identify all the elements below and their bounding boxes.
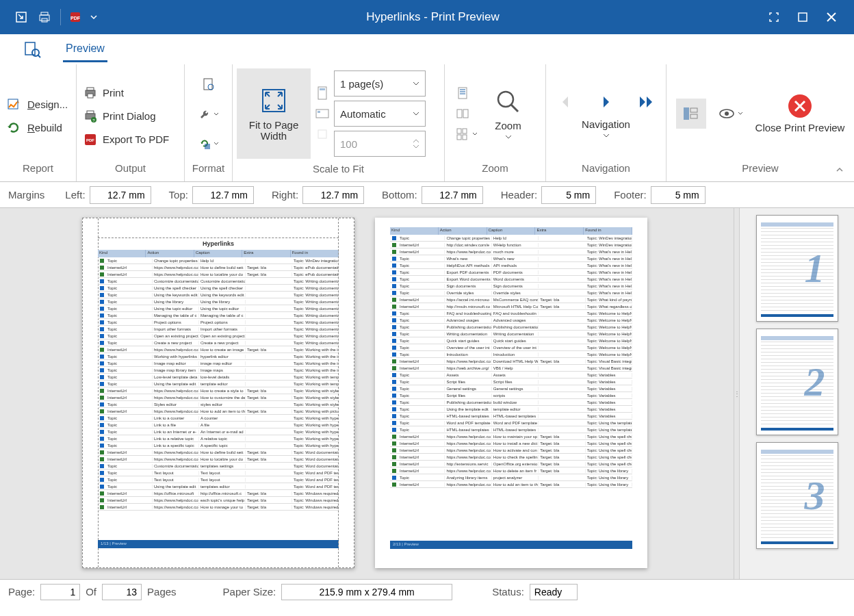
svg-rect-40 bbox=[690, 108, 697, 112]
svg-rect-37 bbox=[463, 135, 467, 140]
svg-point-38 bbox=[498, 92, 513, 107]
group-output: Print ?Print Dialog PDFExport To PDF Out… bbox=[77, 64, 185, 181]
group-zoom: Zoom Zoom bbox=[445, 64, 546, 181]
svg-rect-6 bbox=[799, 13, 807, 21]
page-portrait-icon[interactable] bbox=[315, 86, 330, 101]
ribbon-tabs: Preview bbox=[0, 34, 854, 64]
wrench-button[interactable] bbox=[196, 104, 222, 125]
nav-next-icon[interactable] bbox=[593, 88, 620, 116]
svg-rect-7 bbox=[25, 42, 35, 55]
thumbnail-2[interactable]: 2 bbox=[756, 329, 838, 435]
splitter-handle[interactable]: ⋮ bbox=[734, 208, 739, 579]
design-button[interactable]: Design... bbox=[4, 97, 72, 113]
pages-dropdown[interactable]: 1 page(s) bbox=[334, 70, 426, 97]
svg-rect-32 bbox=[457, 110, 462, 118]
navigation-dropdown[interactable]: Navigation bbox=[582, 118, 630, 130]
visibility-dropdown[interactable] bbox=[714, 104, 747, 123]
svg-rect-25 bbox=[316, 110, 328, 118]
window-controls bbox=[766, 10, 854, 25]
preview-app-icon[interactable] bbox=[19, 39, 45, 60]
svg-rect-21 bbox=[205, 144, 210, 149]
thumbnail-3[interactable]: 3 bbox=[756, 442, 838, 549]
rebuild-icon bbox=[7, 121, 22, 135]
page-icon bbox=[203, 77, 215, 91]
svg-rect-34 bbox=[457, 129, 461, 133]
margin-footer-input[interactable] bbox=[651, 186, 706, 204]
refresh-button[interactable] bbox=[196, 133, 222, 154]
total-pages bbox=[102, 584, 142, 600]
thumbnails-panel: 1 2 3 bbox=[739, 208, 854, 579]
wrench-icon bbox=[198, 108, 211, 120]
group-preview: Close Print Preview Preview bbox=[667, 64, 854, 181]
print-dialog-button[interactable]: ?Print Dialog bbox=[82, 107, 157, 125]
design-icon bbox=[7, 98, 22, 112]
page-disabled-icon bbox=[315, 127, 330, 142]
status-bar: Page: Of Pages Paper Size: Status: bbox=[0, 579, 854, 604]
group-report: Design... Rebuild Report bbox=[0, 64, 77, 181]
close-preview-button[interactable]: Close Print Preview bbox=[755, 92, 845, 134]
svg-rect-26 bbox=[318, 111, 320, 113]
svg-rect-41 bbox=[690, 114, 697, 118]
qat-pdf-icon[interactable]: PDF bbox=[65, 5, 88, 29]
margin-bottom-input[interactable] bbox=[422, 186, 483, 204]
margin-top-input[interactable] bbox=[192, 186, 254, 204]
print-dialog-icon: ? bbox=[83, 110, 97, 123]
page-input[interactable] bbox=[40, 584, 80, 600]
zoom-icon bbox=[493, 87, 523, 117]
page-1[interactable]: Hyperlinks KindActionCaptionExtraFound i… bbox=[82, 218, 354, 568]
group-label: Output bbox=[77, 162, 184, 181]
auto-dropdown[interactable]: Automatic bbox=[334, 101, 426, 127]
zoom-button[interactable]: Zoom bbox=[482, 87, 535, 140]
margin-header-input[interactable] bbox=[541, 186, 596, 204]
pdf-icon: PDF bbox=[83, 133, 97, 146]
zoom-spinner[interactable]: 100 bbox=[334, 131, 426, 157]
single-page-icon[interactable] bbox=[456, 86, 471, 101]
fit-width-icon bbox=[259, 86, 289, 116]
svg-rect-13 bbox=[87, 111, 94, 114]
page-landscape-icon[interactable] bbox=[315, 106, 330, 121]
thumbnails-toggle[interactable] bbox=[676, 99, 706, 129]
preview-canvas[interactable]: Hyperlinks KindActionCaptionExtraFound i… bbox=[0, 208, 734, 579]
svg-rect-33 bbox=[463, 110, 468, 118]
tab-preview[interactable]: Preview bbox=[63, 37, 107, 62]
margin-left-input[interactable] bbox=[90, 186, 151, 204]
svg-rect-2 bbox=[40, 15, 49, 21]
maximize-icon[interactable] bbox=[795, 10, 810, 25]
rebuild-button[interactable]: Rebuild bbox=[4, 120, 72, 136]
group-scale: Fit to PageWidth 1 page(s) Automatic 100… bbox=[233, 64, 445, 181]
fit-page-width-button[interactable]: Fit to PageWidth bbox=[237, 68, 311, 159]
two-page-icon[interactable] bbox=[456, 107, 471, 122]
multi-page-dropdown[interactable] bbox=[456, 127, 478, 141]
svg-point-43 bbox=[725, 112, 729, 116]
page-2[interactable]: KindActionCaptionExtraFound in TopicChan… bbox=[375, 218, 647, 568]
svg-text:PDF: PDF bbox=[86, 138, 94, 142]
nav-last-icon[interactable] bbox=[634, 88, 661, 116]
main-area: Hyperlinks KindActionCaptionExtraFound i… bbox=[0, 208, 854, 579]
print-button[interactable]: Print bbox=[82, 84, 125, 102]
qat-dropdown-icon[interactable] bbox=[88, 5, 99, 29]
qat-print-icon[interactable] bbox=[33, 5, 56, 29]
svg-rect-1 bbox=[41, 12, 48, 15]
paper-size bbox=[281, 584, 452, 600]
collapse-ribbon-icon[interactable] bbox=[835, 165, 849, 179]
group-label: Report bbox=[0, 162, 76, 181]
svg-rect-39 bbox=[684, 107, 689, 120]
svg-rect-35 bbox=[463, 129, 467, 133]
qat-collapse-icon[interactable] bbox=[10, 5, 33, 29]
svg-rect-12 bbox=[88, 94, 93, 98]
group-label: Format bbox=[185, 162, 232, 181]
nav-prev-icon bbox=[552, 88, 579, 116]
eye-icon bbox=[719, 108, 735, 119]
thumbnail-1[interactable]: 1 bbox=[756, 215, 838, 322]
group-label: Zoom bbox=[445, 162, 545, 181]
focus-mode-icon[interactable] bbox=[766, 10, 781, 25]
page-setup-button[interactable] bbox=[200, 73, 218, 95]
refresh-icon bbox=[198, 138, 211, 150]
page-title: Hyperlinks bbox=[98, 238, 339, 250]
svg-rect-10 bbox=[87, 88, 94, 90]
close-icon[interactable] bbox=[824, 10, 839, 25]
group-navigation: Navigation Navigation bbox=[546, 64, 667, 181]
margin-right-input[interactable] bbox=[302, 186, 364, 204]
svg-rect-24 bbox=[320, 88, 325, 90]
export-pdf-button[interactable]: PDFExport To PDF bbox=[82, 131, 170, 149]
